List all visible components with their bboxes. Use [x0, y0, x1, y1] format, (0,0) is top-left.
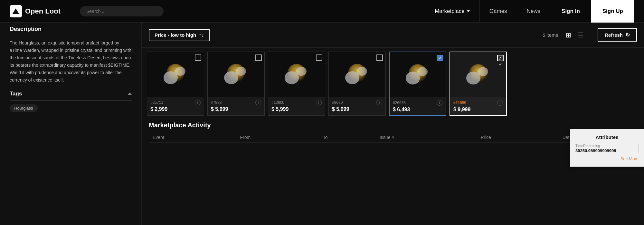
card-image-5: ✓: [450, 52, 506, 97]
tags-chevron-up-icon[interactable]: [128, 93, 132, 95]
card-id-row-4: #26968 i: [393, 100, 442, 106]
main-layout: Description The Hourglass, an exquisite …: [0, 23, 644, 225]
card-checkbox-4[interactable]: [437, 55, 443, 61]
listing-toolbar: Price - low to high ↑↓ 6 items ⊞ ☰ Refre…: [142, 23, 644, 48]
info-button-5[interactable]: i: [497, 100, 503, 106]
card-image-4: [390, 52, 446, 97]
card-price-3: $ 5,999: [332, 106, 382, 112]
card-id-0: #25711: [150, 100, 163, 105]
col-to: To: [319, 132, 376, 143]
description-text: The Hourglass, an exquisite temporal art…: [10, 39, 132, 84]
sort-icon: ↑↓: [199, 32, 204, 38]
card-id-row-2: #12800 i: [271, 100, 322, 105]
card-price-0: $ 2,999: [150, 106, 201, 112]
card-image-2: [268, 52, 325, 97]
svg-point-13: [357, 67, 367, 76]
view-buttons: ⊞ ☰: [564, 30, 585, 40]
info-button-3[interactable]: i: [376, 100, 382, 105]
refresh-button[interactable]: Refresh ↻: [598, 28, 637, 42]
card-id-row-0: #25711 i: [150, 100, 201, 105]
list-view-icon: ☰: [578, 32, 583, 39]
card-checkbox-3[interactable]: [376, 54, 383, 61]
logo-area[interactable]: Open Loot: [10, 5, 61, 17]
card-id-5: #11659: [453, 101, 466, 105]
card-id-1: #7838: [211, 100, 222, 105]
svg-point-19: [478, 67, 488, 76]
signup-button[interactable]: Sign Up: [591, 0, 634, 23]
sort-button[interactable]: Price - low to high ↑↓: [149, 29, 210, 41]
sort-label: Price - low to high: [155, 32, 196, 38]
tags-section: Tags Hourglass: [10, 91, 132, 112]
tag-badge-hourglass[interactable]: Hourglass: [10, 104, 38, 112]
nav-links: Marketplace Games News Sign In Sign Up: [425, 0, 634, 23]
hourglass-image-3: [343, 60, 372, 89]
svg-point-15: [406, 72, 420, 84]
see-more-link[interactable]: See More: [575, 156, 639, 161]
info-button-0[interactable]: i: [195, 100, 201, 105]
card-checkbox-5[interactable]: ✓: [497, 55, 504, 61]
card-id-3: #8680: [332, 100, 343, 105]
svg-point-7: [236, 67, 246, 76]
listing-card-2[interactable]: #12800 i $ 5,999: [268, 52, 325, 116]
info-button-1[interactable]: i: [255, 100, 261, 105]
col-issue: Issue #: [376, 132, 477, 143]
search-input[interactable]: [80, 6, 164, 16]
card-checkbox-0[interactable]: [195, 54, 201, 61]
card-footer-1: #7838 i $ 5,999: [208, 97, 264, 115]
grid-view-icon: ⊞: [566, 32, 571, 39]
card-footer-2: #12800 i $ 5,999: [268, 97, 325, 115]
hourglass-image-4: [403, 60, 432, 89]
card-footer-3: #8680 i $ 5,999: [329, 97, 385, 115]
card-price-2: $ 5,999: [271, 106, 322, 112]
list-view-button[interactable]: ☰: [576, 30, 585, 40]
card-price-1: $ 5,999: [211, 106, 261, 112]
svg-point-3: [164, 71, 178, 84]
activity-table: Event From To Issue # Price Date: [149, 132, 637, 143]
nav-link-marketplace[interactable]: Marketplace: [425, 0, 480, 23]
attr-value-timeremaining: 30250.989999999998: [575, 148, 634, 153]
listing-card-5[interactable]: ✓ #11659 i $ 9,999: [450, 52, 507, 116]
hourglass-image-1: [222, 60, 251, 89]
svg-point-16: [417, 67, 428, 76]
info-button-2[interactable]: i: [316, 100, 322, 105]
refresh-label: Refresh: [605, 32, 623, 38]
navbar: Open Loot Marketplace Games News Sign In…: [0, 0, 644, 23]
card-price-5: $ 9,999: [453, 107, 503, 113]
right-panel: Price - low to high ↑↓ 6 items ⊞ ☰ Refre…: [142, 23, 644, 225]
grid-view-button[interactable]: ⊞: [564, 30, 573, 40]
svg-point-18: [466, 72, 480, 84]
info-button-4[interactable]: i: [437, 100, 442, 106]
attributes-title: Attributes: [575, 134, 639, 140]
card-id-4: #26968: [393, 101, 406, 105]
nav-link-games[interactable]: Games: [480, 0, 517, 23]
card-image-0: [147, 52, 204, 97]
chevron-down-icon: [467, 10, 470, 12]
hourglass-image-2: [282, 60, 311, 89]
col-from: From: [236, 132, 319, 143]
col-price: Price: [477, 132, 559, 143]
signin-button[interactable]: Sign In: [550, 0, 591, 23]
card-footer-4: #26968 i $ 6,493: [390, 97, 446, 115]
left-panel: Description The Hourglass, an exquisite …: [0, 23, 142, 225]
svg-point-10: [296, 67, 307, 76]
listing-card-1[interactable]: #7838 i $ 5,999: [207, 52, 265, 116]
card-price-4: $ 6,493: [393, 107, 442, 113]
nav-games-label: Games: [489, 8, 507, 15]
logo-text: Open Loot: [25, 7, 61, 15]
card-id-2: #12800: [271, 100, 284, 105]
nav-marketplace-label: Marketplace: [435, 8, 465, 15]
svg-point-9: [285, 71, 299, 84]
tags-header: Tags: [10, 91, 132, 101]
listing-card-0[interactable]: #25711 i $ 2,999: [147, 52, 204, 116]
nav-link-news[interactable]: News: [517, 0, 551, 23]
svg-point-6: [224, 71, 238, 84]
listing-card-4[interactable]: #26968 i $ 6,493: [389, 52, 446, 116]
attr-key-timeremaining: TimeRemaining: [575, 144, 634, 148]
card-checkbox-2[interactable]: [316, 54, 322, 61]
card-id-row-3: #8680 i: [332, 100, 382, 105]
attr-row: TimeRemaining 30250.989999999998: [575, 144, 639, 153]
card-checkbox-1[interactable]: [255, 54, 262, 61]
svg-point-12: [345, 71, 359, 84]
listings-area: #25711 i $ 2,999: [142, 48, 644, 120]
listing-card-3[interactable]: #8680 i $ 5,999: [328, 52, 386, 116]
